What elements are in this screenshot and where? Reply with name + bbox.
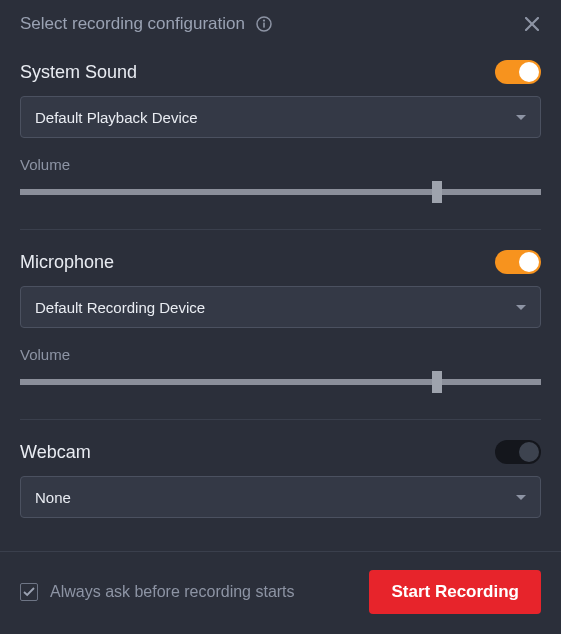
chevron-down-icon [516,115,526,120]
panel-header: Select recording configuration [0,0,561,48]
system-sound-volume-slider[interactable] [20,181,541,203]
microphone-volume-label: Volume [20,346,541,363]
webcam-toggle[interactable] [495,440,541,464]
webcam-title: Webcam [20,442,91,463]
panel-title: Select recording configuration [20,14,245,34]
microphone-toggle[interactable] [495,250,541,274]
info-icon[interactable] [255,15,273,33]
microphone-section: Microphone Default Recording Device Volu… [0,238,561,401]
always-ask-label: Always ask before recording starts [50,583,295,601]
microphone-device-value: Default Recording Device [35,299,205,316]
webcam-device-select[interactable]: None [20,476,541,518]
close-icon[interactable] [523,15,541,33]
webcam-device-value: None [35,489,71,506]
system-sound-section: System Sound Default Playback Device Vol… [0,48,561,211]
start-recording-button[interactable]: Start Recording [369,570,541,614]
system-sound-toggle[interactable] [495,60,541,84]
microphone-device-select[interactable]: Default Recording Device [20,286,541,328]
system-sound-volume-label: Volume [20,156,541,173]
divider [20,229,541,230]
microphone-volume-slider[interactable] [20,371,541,393]
chevron-down-icon [516,305,526,310]
panel-footer: Always ask before recording starts Start… [0,551,561,634]
slider-thumb[interactable] [432,181,442,203]
microphone-title: Microphone [20,252,114,273]
chevron-down-icon [516,495,526,500]
system-sound-title: System Sound [20,62,137,83]
divider [20,419,541,420]
always-ask-checkbox[interactable] [20,583,38,601]
webcam-section: Webcam None [0,428,561,526]
recording-config-panel: Select recording configuration System So… [0,0,561,634]
slider-thumb[interactable] [432,371,442,393]
svg-point-1 [263,20,265,22]
svg-rect-2 [263,23,265,28]
system-sound-device-value: Default Playback Device [35,109,198,126]
system-sound-device-select[interactable]: Default Playback Device [20,96,541,138]
